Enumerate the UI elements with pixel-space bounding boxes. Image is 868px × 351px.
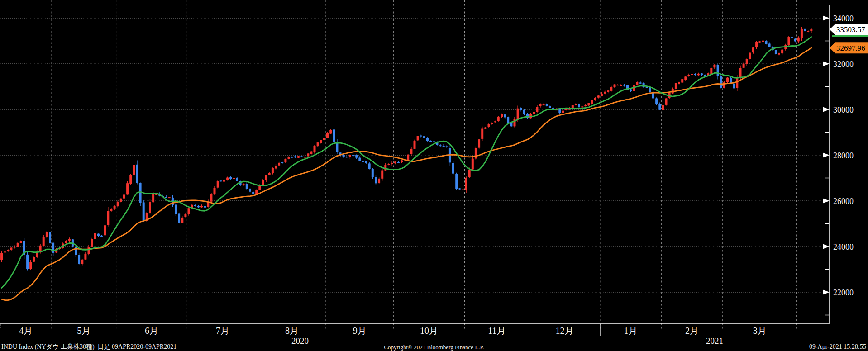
y-tick-arrow (823, 62, 830, 66)
candle-down (549, 106, 551, 108)
candle-up (594, 98, 596, 100)
candle-up (562, 111, 564, 113)
candle-up (0, 253, 3, 260)
candle-down (204, 206, 206, 208)
candle-down (300, 157, 303, 157)
candle-down (423, 136, 425, 138)
candle-up (46, 232, 48, 237)
candle-down (220, 180, 222, 181)
month-label: 10月 (420, 326, 438, 336)
candle-down (97, 234, 100, 236)
candle-up (465, 178, 467, 190)
candle-up (575, 104, 577, 105)
candle-up (123, 194, 125, 198)
y-tick-arrow (823, 199, 830, 203)
candle-up (597, 95, 600, 97)
candle-down (294, 157, 296, 158)
candle-down (768, 44, 771, 47)
candle-up (678, 82, 680, 84)
candle-down (252, 192, 254, 194)
candle-up (149, 202, 151, 213)
month-label: 4月 (19, 326, 33, 336)
candle-up (214, 188, 216, 194)
candle-up (94, 233, 96, 239)
candle-up (65, 241, 67, 243)
candlestick-chart[interactable]: 340003200030000280002600024000220004月5月6… (0, 0, 868, 351)
candle-up (533, 112, 535, 114)
candle-up (288, 157, 290, 159)
candle-down (397, 162, 400, 163)
candle-up (188, 208, 190, 214)
candle-up (713, 65, 715, 67)
candle-up (801, 29, 803, 38)
candle-down (49, 232, 51, 243)
candle-up (7, 250, 9, 251)
candle-down (646, 87, 648, 88)
candle-down (165, 197, 167, 198)
candle-up (687, 75, 690, 76)
candle-down (352, 155, 354, 156)
candle-up (117, 202, 119, 206)
candle-down (346, 157, 348, 157)
candle-down (75, 247, 77, 255)
candle-up (410, 149, 412, 154)
candle-down (717, 65, 719, 76)
candle-up (675, 83, 677, 89)
y-gridlines: 34000320003000028000260002400022000 (0, 14, 854, 315)
month-label: 12月 (556, 326, 574, 336)
candle-up (262, 180, 264, 185)
candle-up (84, 254, 86, 260)
price-tag-value: 33503.57 (836, 25, 865, 34)
candle-up (797, 38, 800, 42)
candle-down (452, 163, 454, 174)
candle-up (665, 99, 668, 105)
candle-down (100, 236, 103, 237)
candle-up (307, 153, 309, 156)
candle-down (520, 108, 522, 110)
candle-up (349, 155, 351, 157)
candle-up (10, 248, 12, 251)
candle-up (326, 133, 329, 138)
candle-up (210, 194, 212, 202)
candle-up (184, 214, 186, 217)
candle-up (736, 78, 738, 88)
candle-up (636, 82, 638, 85)
candle-up (4, 251, 6, 252)
candle-down (804, 29, 806, 31)
candle-down (343, 155, 345, 157)
candle-up (681, 79, 683, 82)
candle-up (275, 166, 277, 168)
candle-up (407, 155, 409, 160)
candle-down (623, 85, 625, 85)
candle-down (355, 155, 358, 157)
candle-down (765, 41, 768, 44)
candle-up (601, 94, 603, 96)
candle-down (639, 82, 642, 83)
candle-up (468, 170, 471, 177)
candle-down (775, 50, 777, 54)
candle-down (578, 104, 580, 108)
candle-down (143, 203, 145, 221)
candle-up (478, 139, 480, 148)
timestamp-text: 09-Apr-2021 15:28:55 (809, 343, 866, 351)
candle-up (752, 47, 754, 52)
candle-up (39, 246, 42, 252)
candle-down (372, 169, 374, 177)
candle-up (17, 243, 19, 247)
candle-up (572, 105, 574, 108)
candle-up (388, 164, 390, 165)
candle-up (43, 237, 45, 246)
candle-up (536, 107, 538, 112)
candle-down (446, 146, 448, 147)
candle-up (758, 42, 761, 43)
candle-up (607, 90, 609, 92)
candle-up (810, 29, 812, 31)
candle-up (381, 171, 383, 179)
month-label: 3月 (753, 326, 767, 336)
month-label: 5月 (77, 326, 91, 336)
candle-down (52, 243, 54, 253)
candle-down (139, 183, 142, 203)
candle-down (365, 161, 367, 163)
candle-up (114, 206, 116, 209)
candle-down (178, 213, 180, 223)
